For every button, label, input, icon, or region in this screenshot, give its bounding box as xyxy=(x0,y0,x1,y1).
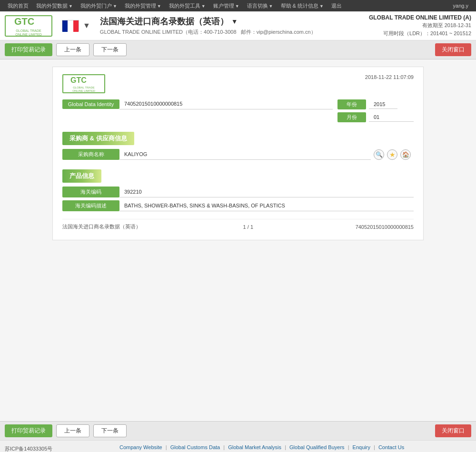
title-dropdown-arrow[interactable]: ▼ xyxy=(231,18,238,25)
page-title: 法国海关进口商名录数据（英语） ▼ xyxy=(100,16,369,27)
footer-link-company[interactable]: Company Website xyxy=(119,444,162,450)
footer-links: Company Website | Global Customs Data | … xyxy=(52,444,471,450)
customs-desc-value: BATHS, SHOWER-BATHS, SINKS & WASH-BASINS… xyxy=(119,201,414,211)
close-button-top[interactable]: 关闭窗口 xyxy=(435,43,471,56)
logo: GTC GLOBAL TRADEONLINE LIMITED xyxy=(5,15,52,37)
svg-text:GTC: GTC xyxy=(14,16,34,27)
section-product-header: 产品信息 xyxy=(62,169,101,183)
nav-trade-portal[interactable]: 我的外贸门户▼ xyxy=(77,0,121,11)
main-content: GTC GLOBAL TRADEONLINE LIMITED 2018-11-2… xyxy=(0,59,476,421)
footer-link-contact[interactable]: Contact Us xyxy=(378,444,404,450)
page-footer: 苏ICP备14033305号 Company Website | Global … xyxy=(0,440,476,452)
search-icon[interactable]: 🔍 xyxy=(374,149,384,160)
global-data-id-row: Global Data Identity 7405201501000000081… xyxy=(62,99,414,109)
global-data-id-value: 74052015010000000815 xyxy=(119,99,333,109)
top-nav: 我的首页 我的外贸数据▼ 我的外贸门户▼ 我的外贸管理▼ 我的外贸工具▼ 账户管… xyxy=(0,0,476,11)
customs-code-value: 392210 xyxy=(119,187,414,197)
svg-text:GTC: GTC xyxy=(70,76,87,84)
doc-footer: 法国海关进口商名录数据（英语） 1 / 1 740520150100000008… xyxy=(62,219,414,230)
nav-logout[interactable]: 退出 xyxy=(327,0,346,11)
print-button[interactable]: 打印贸易记录 xyxy=(5,43,52,56)
top-toolbar: 打印贸易记录 上一条 下一条 关闭窗口 xyxy=(0,40,476,59)
global-data-id-label: Global Data Identity xyxy=(62,99,119,109)
ldr-range: 可用时段（LDR）：201401 ~ 201512 xyxy=(369,30,471,37)
print-button-bottom[interactable]: 打印贸易记录 xyxy=(5,424,52,437)
expiry-date: 有效期至 2018-12-31 xyxy=(369,22,471,29)
top-nav-items: 我的首页 我的外贸数据▼ 我的外贸门户▼ 我的外贸管理▼ 我的外贸工具▼ 账户管… xyxy=(4,0,449,11)
month-label: 月份 xyxy=(337,112,366,122)
prev-button-bottom[interactable]: 上一条 xyxy=(56,424,89,437)
doc-logo: GTC GLOBAL TRADEONLINE LIMITED xyxy=(62,74,105,93)
bottom-toolbar: 打印贸易记录 上一条 下一条 关闭窗口 xyxy=(0,421,476,440)
nav-language[interactable]: 语言切换▼ xyxy=(243,0,277,11)
footer-link-market[interactable]: Global Market Analysis xyxy=(228,444,281,450)
header-title-area: 法国海关进口商名录数据（英语） ▼ GLOBAL TRADE ONLINE LI… xyxy=(95,16,369,36)
footer-page: 1 / 1 xyxy=(243,224,253,230)
home-icon[interactable]: 🏠 xyxy=(400,149,411,160)
flag-france: ▼ xyxy=(62,20,90,31)
company-name: GLOBAL TRADE ONLINE LIMITED (A) xyxy=(369,14,471,21)
buyer-name-label: 采购商名称 xyxy=(62,149,119,160)
next-button[interactable]: 下一条 xyxy=(93,43,127,56)
logo-area: GTC GLOBAL TRADEONLINE LIMITED ▼ xyxy=(5,15,95,37)
month-value: 01 xyxy=(369,113,414,122)
footer-id: 74052015010000000815 xyxy=(356,224,414,230)
next-button-bottom[interactable]: 下一条 xyxy=(93,424,127,437)
buyer-row: 采购商名称 KALIYOG 🔍 ★ 🏠 xyxy=(62,149,414,160)
buyer-name-value: KALIYOG xyxy=(119,149,371,160)
header-contact: GLOBAL TRADE ONLINE LIMITED（电话：400-710-3… xyxy=(100,29,369,36)
footer-link-buyers[interactable]: Global Qualified Buyers xyxy=(289,444,345,450)
customs-code-row: 海关编码 392210 xyxy=(62,187,414,197)
customs-desc-row: 海关编码描述 BATHS, SHOWER-BATHS, SINKS & WASH… xyxy=(62,200,414,211)
nav-account[interactable]: 账户管理▼ xyxy=(209,0,243,11)
footer-link-enquiry[interactable]: Enquiry xyxy=(353,444,370,450)
nav-home[interactable]: 我的首页 xyxy=(4,0,32,11)
close-button-bottom[interactable]: 关闭窗口 xyxy=(435,424,471,437)
doc-card: GTC GLOBAL TRADEONLINE LIMITED 2018-11-2… xyxy=(52,67,424,240)
customs-code-label: 海关编码 xyxy=(62,187,119,197)
nav-trade-tools[interactable]: 我的外贸工具▼ xyxy=(165,0,209,11)
nav-help[interactable]: 帮助 & 统计信息▼ xyxy=(277,0,327,11)
nav-trade-mgmt[interactable]: 我的外贸管理▼ xyxy=(121,0,165,11)
doc-header-row: GTC GLOBAL TRADEONLINE LIMITED 2018-11-2… xyxy=(62,74,414,93)
page-header: GTC GLOBAL TRADEONLINE LIMITED ▼ 法国海关进口商… xyxy=(0,11,476,40)
header-right: GLOBAL TRADE ONLINE LIMITED (A) 有效期至 201… xyxy=(369,14,471,37)
customs-desc-label: 海关编码描述 xyxy=(62,200,119,211)
star-icon[interactable]: ★ xyxy=(387,149,397,160)
section-buyer-header: 采购商 & 供应商信息 xyxy=(62,132,134,145)
year-value: 2015 xyxy=(369,100,397,109)
prev-button[interactable]: 上一条 xyxy=(56,43,89,56)
icp-number: 苏ICP备14033305号 xyxy=(5,445,52,452)
doc-timestamp: 2018-11-22 11:07:09 xyxy=(365,74,414,80)
footer-link-customs[interactable]: Global Customs Data xyxy=(170,444,220,450)
buyer-icons: 🔍 ★ 🏠 xyxy=(371,149,414,160)
nav-trade-data[interactable]: 我的外贸数据▼ xyxy=(32,0,77,11)
footer-source: 法国海关进口商名录数据（英语） xyxy=(62,223,141,230)
year-label: 年份 xyxy=(337,99,366,109)
nav-user: yang.y xyxy=(449,3,472,9)
